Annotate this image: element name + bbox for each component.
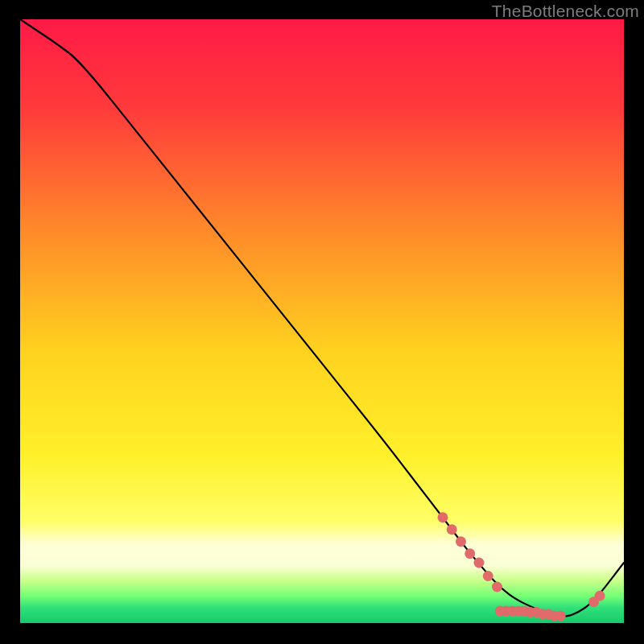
marker-dot [447, 524, 457, 535]
chart-svg [20, 19, 624, 623]
chart-container: TheBottleneck.com [0, 0, 644, 644]
marker-dot [438, 512, 448, 522]
marker-dot [474, 558, 485, 568]
marker-dot [555, 611, 566, 621]
marker-dot [595, 591, 605, 601]
gradient-background [20, 19, 624, 623]
marker-dot [456, 536, 466, 547]
watermark-text: TheBottleneck.com [492, 2, 639, 21]
marker-dot [492, 582, 502, 592]
plot-area [20, 19, 624, 623]
marker-dot [464, 548, 475, 559]
marker-dot [483, 571, 493, 581]
